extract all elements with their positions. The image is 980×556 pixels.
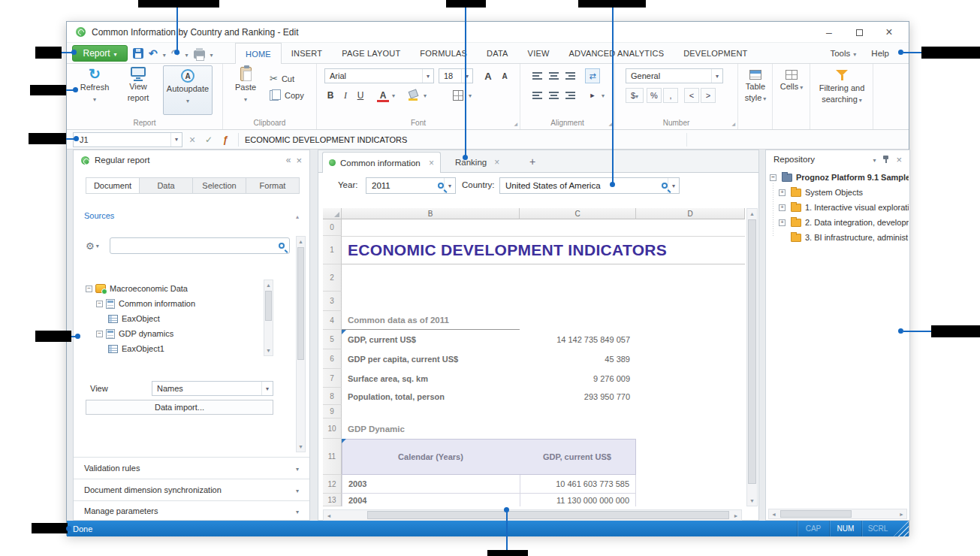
align-center-button[interactable] <box>546 88 561 103</box>
row-header[interactable]: 7 <box>323 369 342 388</box>
tab-format[interactable]: Format <box>246 177 300 194</box>
table-cell[interactable]: 10 461 603 773 585 <box>520 475 636 494</box>
search-input[interactable] <box>110 237 290 254</box>
tab-view[interactable]: VIEW <box>518 43 559 64</box>
copy-button[interactable]: Copy <box>270 89 304 101</box>
chevron-down-icon[interactable] <box>163 47 166 60</box>
tree-item-eaxobject1[interactable]: EaxObject1 <box>108 341 164 356</box>
value-cell[interactable]: 14 142 735 849 057 <box>520 330 636 349</box>
sheet-tab-common-information[interactable]: Common information <box>322 152 441 173</box>
chevron-down-icon[interactable] <box>210 47 213 60</box>
label-cell[interactable]: GDP, current US$ <box>342 330 520 349</box>
view-report-button[interactable]: View report <box>118 64 158 113</box>
tab-insert[interactable]: INSERT <box>282 43 332 64</box>
maximize-button[interactable] <box>844 22 874 43</box>
tree-item-gdp-dynamics[interactable]: GDP dynamics <box>96 326 173 341</box>
section-label-cell[interactable]: Common data as of 2011 <box>342 311 520 330</box>
tab-home[interactable]: HOME <box>235 43 282 65</box>
cancel-icon[interactable] <box>185 134 199 146</box>
comma-button[interactable]: , <box>663 88 678 103</box>
label-cell[interactable]: Surface area, sq. km <box>342 369 520 388</box>
chevron-down-icon[interactable] <box>711 69 722 83</box>
row-header[interactable]: 0 <box>323 219 342 236</box>
autoupdate-button[interactable]: Autoupdate <box>163 65 213 115</box>
pin-icon[interactable] <box>882 155 889 164</box>
align-middle-button[interactable] <box>546 68 561 83</box>
fill-color-button[interactable] <box>406 88 421 103</box>
help-menu[interactable]: Help <box>871 49 889 58</box>
row-header[interactable]: 8 <box>323 388 342 405</box>
shrink-font-button[interactable]: A <box>497 68 512 83</box>
resize-grip[interactable] <box>894 521 909 536</box>
tab-development[interactable]: DEVELOPMENT <box>674 43 757 64</box>
grow-font-button[interactable]: A <box>481 68 496 83</box>
confirm-icon[interactable] <box>202 134 216 145</box>
row-header[interactable]: 3 <box>323 292 342 311</box>
row-header[interactable]: 11 <box>323 439 342 475</box>
tab-advanced-analytics[interactable]: ADVANCED ANALYTICS <box>559 43 674 64</box>
vertical-scrollbar[interactable]: ▲ ▼ <box>746 208 758 506</box>
row-header[interactable]: 12 <box>323 475 342 494</box>
tab-formulas[interactable]: FORMULAS <box>410 43 477 64</box>
chevron-down-icon[interactable] <box>873 155 876 164</box>
chevron-down-icon[interactable] <box>422 69 433 83</box>
chevron-down-icon[interactable] <box>421 88 430 103</box>
chevron-down-icon[interactable] <box>389 88 398 103</box>
table-header-cell[interactable]: GDP, current US$ <box>519 439 636 475</box>
column-header-c[interactable]: C <box>520 208 636 219</box>
new-tab-button[interactable] <box>529 155 535 168</box>
report-menu-button[interactable]: Report <box>72 45 128 62</box>
tree-item-eaxobject[interactable]: EaxObject <box>108 311 160 326</box>
sheet-tab-ranking[interactable]: Ranking <box>449 152 518 173</box>
collapse-panel-icon[interactable] <box>286 155 291 165</box>
row-header[interactable]: 5 <box>323 330 342 349</box>
collapse-box-icon[interactable] <box>86 286 92 292</box>
tab-data[interactable]: DATA <box>477 43 518 64</box>
cell-name-box[interactable]: J1 <box>73 132 182 147</box>
year-select[interactable]: 2011 <box>366 177 456 194</box>
number-format-select[interactable]: General <box>626 68 723 83</box>
sources-section-header[interactable]: Sources <box>74 207 309 224</box>
chevron-down-icon[interactable] <box>461 69 472 83</box>
percent-button[interactable]: % <box>647 88 662 103</box>
save-icon[interactable] <box>133 48 143 59</box>
cut-button[interactable]: Cut <box>270 73 294 84</box>
repository-scrollbar[interactable]: ◄ ► <box>768 509 907 519</box>
tools-menu[interactable]: Tools <box>830 49 856 58</box>
font-size-select[interactable]: 18 <box>439 68 473 83</box>
country-select[interactable]: United States of America <box>499 177 680 194</box>
expand-box-icon[interactable] <box>779 189 786 196</box>
chevron-down-icon[interactable] <box>185 47 188 60</box>
value-cell[interactable]: 9 276 009 <box>520 369 636 388</box>
label-cell[interactable]: GDP per capita, current US$ <box>342 349 520 369</box>
row-header[interactable]: 9 <box>323 405 342 419</box>
refresh-button[interactable]: Refresh <box>76 64 113 113</box>
currency-button[interactable]: $ <box>626 88 644 103</box>
orientation-button[interactable] <box>585 68 600 83</box>
repo-item-data-integration[interactable]: 2. Data integration, developm <box>779 215 909 230</box>
formula-content[interactable]: ECONOMIC DEVELOPMENT INDICATORS <box>245 135 407 144</box>
row-header[interactable]: 2 <box>323 264 342 292</box>
print-icon[interactable] <box>194 50 205 59</box>
horizontal-scrollbar[interactable]: ◄ ► <box>323 509 742 521</box>
grid-corner[interactable] <box>323 208 342 219</box>
row-header[interactable]: 4 <box>323 311 342 330</box>
data-import-button[interactable]: Data import... <box>86 400 273 415</box>
search-icon[interactable] <box>662 183 668 189</box>
panel-scrollbar[interactable]: ▲ ▼ <box>296 236 306 452</box>
table-cell[interactable]: 2004 <box>342 494 520 506</box>
chevron-down-icon[interactable] <box>261 382 273 395</box>
label-cell[interactable]: Population, total, person <box>342 388 520 405</box>
paste-button[interactable]: Paste <box>230 64 261 113</box>
collapse-arrow-icon[interactable] <box>296 211 299 220</box>
table-header-cell[interactable]: Calendar (Years) <box>342 439 520 475</box>
row-header[interactable]: 6 <box>323 349 342 369</box>
expand-box-icon[interactable] <box>779 204 786 211</box>
tree-item-macroeconomic-data[interactable]: Macroeconomic Data <box>86 281 188 296</box>
minimize-button[interactable] <box>814 22 844 43</box>
undo-icon[interactable] <box>149 47 158 60</box>
row-header[interactable]: 10 <box>323 419 342 439</box>
close-tab-icon[interactable] <box>494 157 499 168</box>
increase-decimal-button[interactable]: > <box>701 88 716 103</box>
search-icon[interactable] <box>438 183 444 189</box>
